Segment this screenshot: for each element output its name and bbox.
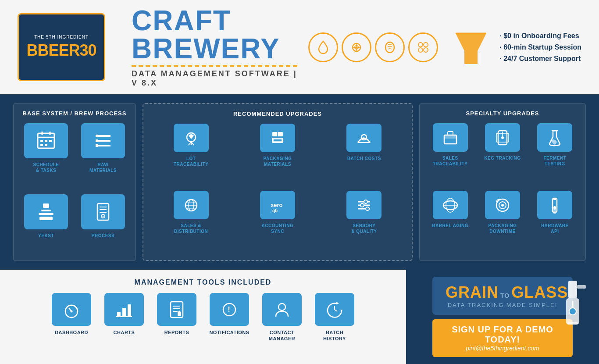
dashboard-icon-box: [52, 293, 91, 326]
process-label: PROCESS: [92, 233, 114, 239]
svg-rect-85: [117, 312, 121, 317]
header: THE 5TH INGREDIENT BBEER30 CRAFT BREWERY…: [0, 0, 599, 94]
feature-2: 60-min Startup Session: [499, 43, 581, 51]
sales-traceability-label: SALESTRACEABILITY: [433, 155, 467, 167]
svg-point-66: [501, 136, 504, 139]
sensory-quality-label: SENSORY& QUALITY: [351, 223, 377, 234]
tool-reports[interactable]: REPORTS: [155, 293, 199, 335]
contact-manager-label: CONTACTMANAGER: [269, 329, 295, 342]
specialty-section: SPECIALTY UPGRADES SALESTRACEABILITY KEG…: [419, 103, 586, 261]
svg-text:$: $: [363, 136, 365, 140]
charts-icon-box: [104, 293, 144, 326]
header-features: $0 in Onboarding Fees 60-min Startup Ses…: [499, 32, 581, 63]
tools-grid: DASHBOARD CHARTS REPORTS ! NOTIFICATIONS: [50, 293, 357, 342]
module-process[interactable]: PROCESS: [77, 194, 129, 254]
signup-email: pint@the5thingredient.com: [446, 345, 560, 352]
batch-costs-label: BATCH COSTS: [347, 156, 381, 161]
module-schedule-tasks[interactable]: SCHEDULE& TASKS: [20, 123, 72, 189]
yeast-label: YEAST: [38, 233, 54, 239]
recommended-section-title: RECOMMENDED UPGRADES: [150, 111, 405, 117]
accounting-sync-label: ACCOUNTINGSYNC: [262, 223, 294, 234]
promo-box: GRAINtoGLASS DATA TRACKING MADE SIMPLE! …: [406, 270, 599, 364]
module-sales-traceability[interactable]: SALESTRACEABILITY: [426, 123, 474, 186]
svg-point-58: [366, 207, 369, 211]
bottom-section: MANAGEMENT TOOLS INCLUDED DASHBOARD CHAR…: [0, 270, 599, 364]
svg-point-6: [418, 43, 423, 47]
svg-rect-41: [273, 139, 282, 142]
svg-rect-18: [49, 140, 52, 142]
svg-point-74: [501, 204, 504, 207]
schedule-tasks-icon-box: [24, 123, 68, 158]
svg-point-95: [278, 303, 285, 310]
sensory-quality-icon: [346, 191, 382, 219]
signup-title: SIGN UP FOR A DEMO TODAY!: [446, 325, 560, 345]
svg-point-57: [360, 203, 364, 207]
packaging-downtime-label: PACKAGINGDOWNTIME: [488, 223, 517, 234]
grain-glass-box: GRAINtoGLASS DATA TRACKING MADE SIMPLE!: [432, 277, 573, 315]
reports-icon-box: [157, 293, 196, 326]
svg-point-4: [385, 42, 394, 53]
svg-rect-27: [43, 203, 49, 208]
svg-point-9: [424, 48, 428, 52]
keg-tracking-icon: [485, 123, 520, 152]
module-yeast[interactable]: YEAST: [20, 194, 72, 254]
logo-brand: BEER30: [37, 41, 96, 59]
svg-point-77: [553, 206, 556, 210]
keg-tracking-label: KEG TRACKING: [484, 155, 521, 161]
module-sensory-quality[interactable]: SENSORY& QUALITY: [323, 191, 405, 253]
module-sales-distribution[interactable]: SALES &DISTRIBUTION: [150, 191, 232, 253]
charts-label: CHARTS: [114, 329, 135, 335]
svg-rect-16: [40, 140, 43, 142]
lot-traceability-icon: [174, 124, 209, 152]
tool-charts[interactable]: CHARTS: [102, 293, 146, 335]
svg-text:xero: xero: [271, 202, 283, 208]
module-accounting-sync[interactable]: xeroqb ACCOUNTINGSYNC: [236, 191, 318, 253]
specialty-module-grid: SALESTRACEABILITY KEG TRACKING FERMENTTE…: [426, 123, 579, 254]
module-raw-materials[interactable]: RAWMATERIALS: [77, 123, 129, 189]
module-batch-costs[interactable]: $ BATCH COSTS: [323, 124, 405, 186]
logo-beer30: BBEER30: [26, 41, 96, 60]
svg-rect-99: [577, 285, 586, 289]
accounting-sync-icon: xeroqb: [260, 191, 295, 219]
svg-point-7: [424, 43, 428, 47]
module-hardware-api[interactable]: HARDWAREAPI: [531, 191, 579, 254]
barrel-aging-label: BARREL AGING: [432, 223, 468, 228]
module-packaging-downtime[interactable]: PACKAGINGDOWNTIME: [478, 191, 526, 254]
raw-materials-label: RAWMATERIALS: [89, 162, 117, 173]
signup-box[interactable]: SIGN UP FOR A DEMO TODAY! pint@the5thing…: [432, 319, 573, 357]
svg-rect-29: [39, 213, 53, 215]
svg-point-56: [364, 200, 367, 203]
module-barrel-aging[interactable]: BARREL AGING: [426, 191, 474, 254]
sales-distribution-label: SALES &DISTRIBUTION: [174, 223, 208, 234]
tool-dashboard[interactable]: DASHBOARD: [50, 293, 93, 335]
header-center: CRAFT BREWERY DATA MANAGEMENT SOFTWARE |…: [123, 7, 308, 88]
schedule-tasks-label: SCHEDULE& TASKS: [33, 162, 59, 173]
hops-icon: [342, 32, 371, 62]
packaging-materials-label: PACKAGINGMATERIALS: [264, 156, 292, 167]
water-icon: [308, 32, 338, 62]
recommended-module-grid: LOTTRACEABILITY PACKAGINGMATERIALS $ BAT…: [150, 124, 405, 253]
tool-contact-manager[interactable]: CONTACTMANAGER: [260, 293, 304, 342]
module-packaging-materials[interactable]: PACKAGINGMATERIALS: [236, 124, 318, 186]
tool-notifications[interactable]: ! NOTIFICATIONS: [207, 293, 251, 335]
module-lot-traceability[interactable]: LOTTRACEABILITY: [150, 124, 232, 186]
logo-box: THE 5TH INGREDIENT BBEER30: [18, 13, 105, 81]
sales-traceability-icon: [433, 123, 468, 152]
module-keg-tracking[interactable]: KEG TRACKING: [478, 123, 526, 186]
sales-distribution-icon: [174, 191, 209, 219]
base-section: BASE SYSTEM / BREW PROCESS SCHEDULE& TAS…: [13, 103, 136, 261]
feature-1: $0 in Onboarding Fees: [499, 32, 581, 40]
ferment-testing-icon: [537, 123, 572, 152]
craft-brewery-title: CRAFT BREWERY: [132, 7, 300, 63]
tool-batch-history[interactable]: BATCHHISTORY: [313, 293, 357, 342]
header-divider: [132, 65, 298, 67]
svg-rect-87: [128, 304, 131, 317]
funnel-graphic: [451, 29, 491, 70]
svg-rect-30: [39, 217, 53, 220]
svg-marker-10: [456, 33, 486, 64]
main-content: BASE SYSTEM / BREW PROCESS SCHEDULE& TAS…: [0, 94, 599, 270]
data-management-subtitle: DATA MANAGEMENT SOFTWARE | V 8.x: [132, 69, 300, 88]
management-tools: MANAGEMENT TOOLS INCLUDED DASHBOARD CHAR…: [0, 270, 406, 364]
module-ferment-testing[interactable]: FERMENTTESTING: [531, 123, 579, 186]
feature-3: 24/7 Customer Support: [499, 55, 581, 63]
